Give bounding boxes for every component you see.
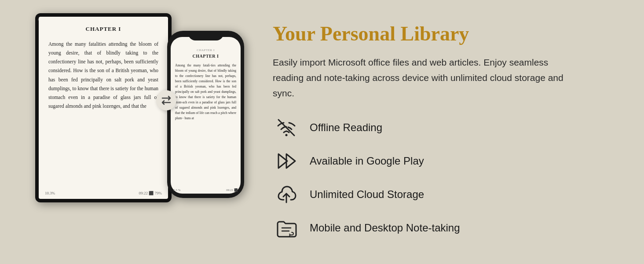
ereader-chapter: CHAPTER I: [48, 26, 158, 33]
phone-chapter-label: CHAPTER I: [175, 48, 236, 52]
note-taking-label: Mobile and Desktop Note-taking: [310, 222, 460, 234]
phone-chapter: CHAPTER I: [175, 54, 236, 59]
ereader-progress: 10.3%: [45, 191, 55, 195]
content-section: Your Personal Library Easily import Micr…: [246, 22, 618, 242]
feature-note-taking: Mobile and Desktop Note-taking: [273, 214, 609, 242]
offline-reading-icon: [273, 114, 300, 141]
phone-footer: 2.5 % 09:21 ⬛: [173, 188, 238, 192]
page-title: Your Personal Library: [273, 22, 609, 46]
feature-google-play: Available in Google Play: [273, 147, 609, 175]
note-folder-icon: [273, 214, 300, 242]
phone-screen: CHAPTER I CHAPTER I Among the many fatal…: [171, 37, 241, 194]
offline-reading-label: Offline Reading: [310, 121, 382, 134]
ereader-status: 09:22 ⬛ 79%: [139, 191, 162, 195]
google-play-icon: [273, 147, 300, 175]
ereader-footer: 10.3% 09:22 ⬛ 79%: [45, 191, 162, 195]
sync-arrows-icon: [160, 94, 172, 106]
page-description: Easily import Microsoft office files and…: [273, 55, 581, 101]
phone-progress: 2.5 %: [173, 188, 180, 192]
phone-notch: [188, 31, 223, 40]
ereader-device: CHAPTER I Among the many fatalities atte…: [35, 13, 172, 202]
feature-cloud-storage: Unlimited Cloud Storage: [273, 181, 609, 208]
svg-point-1: [285, 134, 288, 136]
ereader-screen: CHAPTER I Among the many fatalities atte…: [39, 17, 168, 199]
transfer-icon: [156, 90, 176, 110]
devices-section: CHAPTER I Among the many fatalities atte…: [26, 9, 246, 255]
ereader-text: Among the many fatalities attending the …: [48, 40, 158, 110]
cloud-storage-label: Unlimited Cloud Storage: [310, 188, 424, 201]
svg-line-0: [278, 120, 294, 136]
cloud-upload-icon: [273, 181, 300, 208]
phone-text: Among the many fatali-ties attending the…: [175, 63, 236, 121]
google-play-label: Available in Google Play: [310, 155, 424, 167]
phone-device: CHAPTER I CHAPTER I Among the many fatal…: [167, 31, 244, 198]
features-list: Offline Reading Available in Google Play: [273, 114, 609, 242]
phone-status: 09:21 ⬛: [226, 188, 238, 192]
feature-offline-reading: Offline Reading: [273, 114, 609, 141]
page-wrapper: CHAPTER I Among the many fatalities atte…: [0, 0, 644, 264]
